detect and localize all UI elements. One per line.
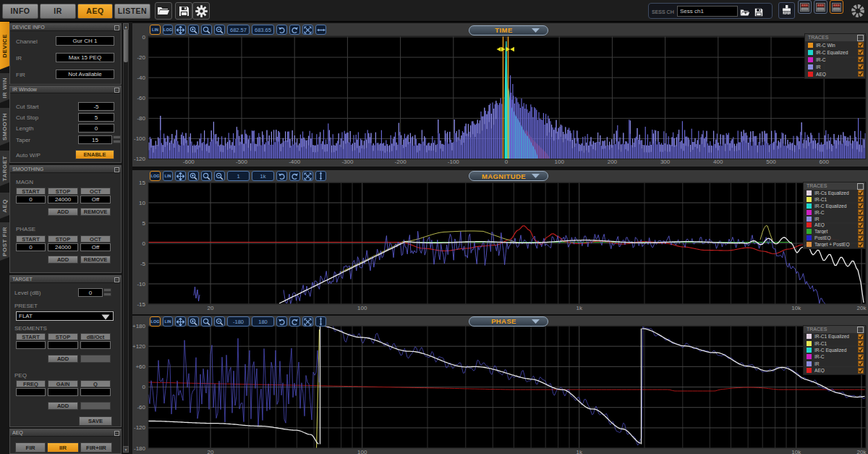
svg-text:500: 500 — [766, 159, 776, 165]
svg-text:-10: -10 — [137, 281, 145, 287]
svg-text:10k: 10k — [791, 449, 801, 454]
svg-text:-100: -100 — [134, 135, 146, 142]
svg-text:0: 0 — [142, 384, 146, 390]
svg-text:-120: -120 — [134, 156, 146, 162]
svg-text:-20: -20 — [137, 54, 145, 61]
svg-text:100: 100 — [357, 449, 367, 454]
svg-text:+120: +120 — [132, 343, 146, 350]
svg-text:-300: -300 — [341, 159, 354, 165]
svg-text:400: 400 — [713, 159, 723, 165]
svg-text:-40: -40 — [137, 75, 145, 81]
svg-text:300: 300 — [660, 159, 671, 165]
svg-text:+60: +60 — [135, 363, 145, 370]
svg-text:-180: -180 — [134, 445, 146, 452]
svg-text:-60: -60 — [137, 404, 145, 411]
svg-text:-500: -500 — [236, 159, 248, 165]
svg-text:100: 100 — [555, 159, 565, 165]
svg-text:20k: 20k — [857, 449, 867, 454]
svg-text:1k: 1k — [576, 449, 582, 454]
svg-text:1k: 1k — [576, 305, 582, 311]
svg-text:+180: +180 — [132, 323, 146, 329]
svg-text:-15: -15 — [137, 301, 145, 308]
svg-text:20: 20 — [208, 449, 214, 454]
svg-text:10: 10 — [139, 200, 145, 206]
svg-text:-100: -100 — [448, 159, 460, 165]
svg-text:-600: -600 — [183, 159, 195, 165]
svg-text:15: 15 — [139, 180, 145, 186]
svg-text:200: 200 — [608, 159, 618, 165]
svg-text:20: 20 — [208, 305, 214, 311]
svg-text:600: 600 — [820, 159, 830, 165]
svg-text:0: 0 — [142, 240, 146, 247]
svg-text:-400: -400 — [289, 159, 301, 165]
svg-text:-5: -5 — [140, 261, 146, 267]
svg-text:100: 100 — [357, 305, 367, 311]
svg-text:-60: -60 — [137, 95, 145, 101]
svg-text:-120: -120 — [134, 424, 146, 431]
svg-text:5: 5 — [142, 220, 146, 227]
svg-text:0: 0 — [505, 159, 509, 165]
svg-text:10k: 10k — [791, 305, 801, 311]
svg-text:0: 0 — [142, 34, 146, 41]
svg-text:-200: -200 — [395, 159, 407, 165]
svg-text:-80: -80 — [137, 115, 145, 122]
svg-text:20k: 20k — [857, 305, 867, 311]
